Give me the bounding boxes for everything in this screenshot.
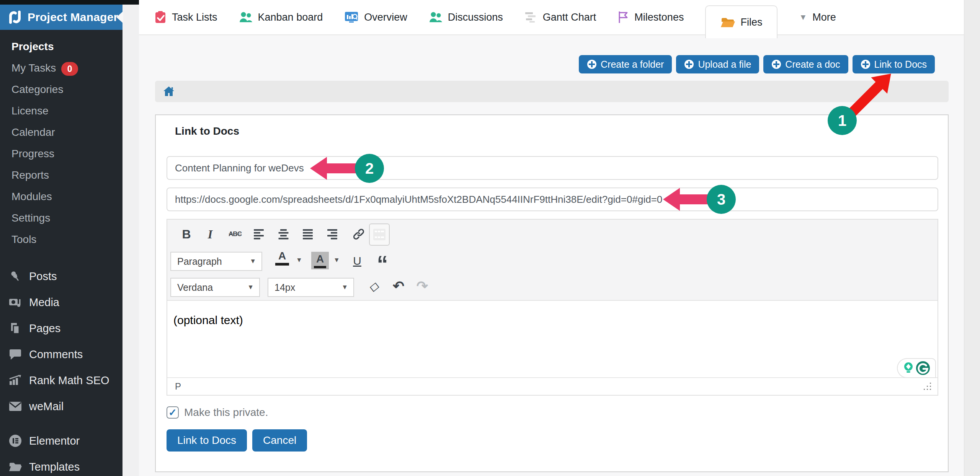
sidebar-item-projects[interactable]: Projects — [0, 36, 122, 57]
button-label: Create a doc — [785, 59, 840, 70]
gantt-icon — [524, 11, 537, 23]
tab-kanban-board[interactable]: Kanban board — [239, 11, 323, 23]
font-family-select[interactable]: Verdana▼ — [170, 278, 260, 297]
table-icon[interactable] — [369, 223, 390, 246]
tab-label: Overview — [364, 11, 407, 23]
make-private-label[interactable]: Make this private. — [184, 406, 268, 419]
tab-discussions[interactable]: Discussions — [429, 11, 503, 23]
tab-more[interactable]: ▼ More — [799, 11, 836, 23]
italic-icon[interactable]: I — [203, 225, 218, 243]
chevron-down-icon: ▼ — [341, 284, 348, 291]
link-to-docs-panel: Link to Docs B I ABC — [155, 114, 949, 472]
create-doc-button[interactable]: Create a doc — [763, 55, 848, 73]
justify-icon[interactable] — [301, 225, 318, 243]
upload-file-button[interactable]: Upload a file — [676, 55, 759, 73]
background-color-button[interactable]: A — [311, 252, 329, 269]
link-icon[interactable] — [350, 225, 367, 243]
blockquote-icon[interactable]: “ — [372, 250, 393, 269]
align-right-icon[interactable] — [326, 225, 343, 243]
sidebar-item-label: Categories — [11, 83, 63, 95]
sidebar-item-wemail[interactable]: weMail — [0, 393, 122, 419]
sidebar-header-project-manager[interactable]: Project Manager — [0, 5, 122, 30]
chevron-down-icon: ▼ — [799, 13, 807, 22]
tab-task-lists[interactable]: Task Lists — [154, 11, 217, 24]
sidebar-item-settings[interactable]: Settings — [0, 207, 122, 229]
redo-icon[interactable]: ↷ — [414, 277, 431, 295]
tab-overview[interactable]: Overview — [344, 11, 407, 23]
background-color-caret-icon[interactable]: ▼ — [333, 256, 340, 264]
align-center-icon[interactable] — [277, 225, 294, 243]
link-to-docs-button[interactable]: Link to Docs — [853, 55, 935, 73]
sidebar-item-calendar[interactable]: Calendar — [0, 122, 122, 143]
annotation-number: 1 — [838, 112, 846, 129]
align-left-icon[interactable] — [252, 225, 269, 243]
doc-title-input[interactable] — [167, 156, 938, 180]
editor-content-area[interactable]: (optional text) — [167, 301, 938, 377]
tab-label: More — [812, 11, 836, 23]
sidebar-item-license[interactable]: License — [0, 100, 122, 122]
tab-milestones[interactable]: Milestones — [617, 11, 684, 24]
sidebar-item-rank-math-seo[interactable]: Rank Math SEO — [0, 367, 122, 393]
lightbulb-icon — [903, 362, 914, 375]
resize-handle-icon[interactable] — [923, 382, 932, 391]
button-label: Create a folder — [601, 59, 664, 70]
annotation-number: 2 — [365, 160, 374, 177]
text-color-button[interactable]: A — [275, 250, 289, 266]
bold-icon[interactable]: B — [179, 225, 194, 243]
project-tabbar: Task Lists Kanban board Overview Discuss… — [139, 0, 964, 35]
sidebar-item-label: Rank Math SEO — [29, 374, 109, 387]
sidebar-item-my-tasks[interactable]: My Tasks0 — [0, 57, 122, 79]
tab-files[interactable]: Files — [705, 5, 777, 38]
annotation-circle-2: 2 — [355, 154, 384, 183]
sidebar-item-tools[interactable]: Tools — [0, 229, 122, 250]
sidebar-item-label: Calendar — [11, 126, 55, 138]
sidebar-item-label: Settings — [11, 212, 50, 224]
chevron-down-icon: ▼ — [247, 284, 254, 291]
sidebar-item-reports[interactable]: Reports — [0, 165, 122, 186]
milestone-flag-icon — [617, 11, 629, 24]
sidebar-item-posts[interactable]: Posts — [0, 263, 122, 289]
sidebar-item-media[interactable]: Media — [0, 289, 122, 315]
editor-text: (optional text) — [173, 314, 243, 326]
sidebar-item-label: Tools — [11, 233, 36, 245]
make-private-checkbox[interactable]: ✓ — [167, 406, 179, 419]
submit-link-to-docs-button[interactable]: Link to Docs — [167, 429, 247, 452]
sidebar-item-progress[interactable]: Progress — [0, 143, 122, 165]
clear-formatting-icon[interactable]: ◇ — [364, 277, 385, 295]
sidebar-item-modules[interactable]: Modules — [0, 186, 122, 207]
grammarly-g-icon — [916, 361, 930, 375]
sidebar-item-categories[interactable]: Categories — [0, 79, 122, 100]
sidebar-item-comments[interactable]: Comments — [0, 341, 122, 367]
tab-label: Gantt Chart — [543, 11, 596, 23]
font-size-select[interactable]: 14px▼ — [268, 278, 354, 297]
sidebar-item-pages[interactable]: Pages — [0, 315, 122, 341]
sidebar-item-templates[interactable]: Templates — [0, 454, 122, 476]
sidebar-item-label: Elementor — [29, 435, 80, 447]
strikethrough-icon[interactable]: ABC — [224, 225, 246, 243]
tab-label: Files — [740, 16, 762, 28]
sidebar-item-label: Projects — [11, 41, 54, 52]
element-path-label: P — [175, 381, 923, 392]
sidebar: Project Manager Projects My Tasks0 Categ… — [0, 5, 122, 476]
undo-icon[interactable]: ↶ — [390, 277, 407, 295]
rich-text-editor: B I ABC Paragraph▼ — [167, 219, 938, 396]
doc-url-input[interactable] — [167, 187, 938, 211]
tab-gantt-chart[interactable]: Gantt Chart — [524, 11, 596, 23]
home-icon[interactable] — [163, 85, 175, 98]
task-lists-icon — [154, 11, 167, 24]
sidebar-item-label: Templates — [29, 461, 80, 473]
annotation-circle-1: 1 — [828, 106, 857, 135]
kanban-icon — [239, 11, 253, 23]
cancel-button[interactable]: Cancel — [252, 429, 307, 452]
format-select[interactable]: Paragraph▼ — [170, 252, 262, 271]
text-color-caret-icon[interactable]: ▼ — [296, 256, 302, 264]
sidebar-item-elementor[interactable]: Elementor — [0, 428, 122, 454]
underline-icon[interactable]: U — [350, 252, 365, 270]
editor-status-bar: P — [167, 377, 938, 395]
form-actions: Link to Docs Cancel — [167, 429, 307, 452]
tab-label: Task Lists — [172, 11, 217, 23]
sidebar-item-label: License — [11, 105, 49, 117]
grammarly-widget[interactable] — [897, 358, 936, 378]
sidebar-item-label: Modules — [11, 191, 52, 202]
create-folder-button[interactable]: Create a folder — [579, 55, 672, 73]
